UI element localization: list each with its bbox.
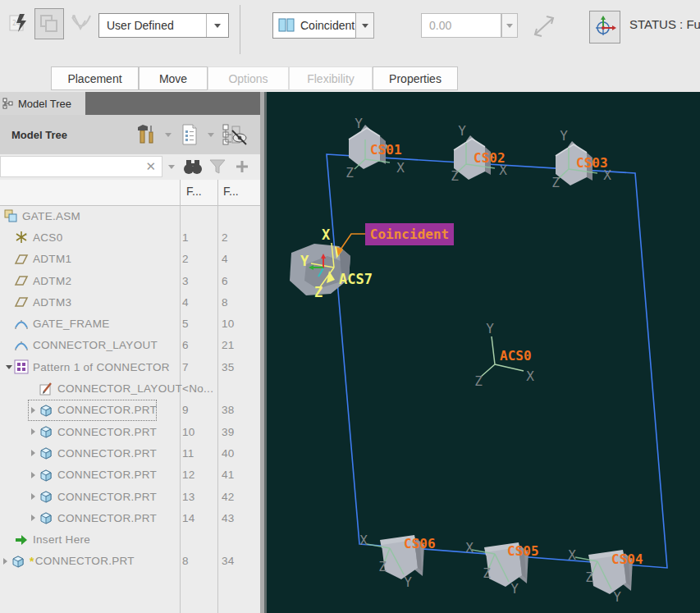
sketch-icon [14,317,29,332]
tree-item-label: Pattern 1 of CONNECTOR [33,361,170,373]
tree-row-pattern[interactable]: Pattern 1 of CONNECTOR 735 [0,356,260,377]
svg-text:X: X [396,160,405,176]
tree-row-part[interactable]: CONNECTOR.PRT 1140 [0,442,260,464]
tree-tools-arrow[interactable] [159,133,177,137]
expand-expander[interactable] [0,558,11,565]
tab-placement[interactable]: Placement [51,66,139,90]
tree-row-sketch[interactable]: GATE_FRAME 510 [0,313,260,334]
tree-row-layout-ref[interactable]: CONNECTOR_LAYOUT <No... [0,377,260,399]
ribbon-separator [240,5,240,54]
model-tree-panel: Model Tree Model Tree [0,92,260,613]
auto-place-button[interactable]: 24 [7,10,31,36]
show-dragger-button[interactable] [589,11,620,43]
coordinate-system-icon: x [14,230,29,245]
tree-row-csys[interactable]: x ACS0 12 [0,226,260,248]
search-input[interactable]: ✕ [0,156,162,177]
insert-arrow-icon [14,533,29,547]
dragged-component[interactable]: X Y Z ACS7 [290,226,373,300]
tree-row-datum[interactable]: ADTM3 48 [0,291,260,313]
placement-preset-combobox[interactable]: User Defined [98,13,229,38]
tree-tools-button[interactable] [135,124,159,145]
tree-row-part[interactable]: CONNECTOR.PRT 1039 [0,421,260,442]
svg-text:Z: Z [474,373,483,389]
tree-row-part[interactable]: CONNECTOR.PRT 1443 [0,507,260,528]
svg-text:Z: Z [345,165,354,181]
svg-text:Y: Y [613,589,621,605]
tab-options: Options [208,66,289,90]
acs7-label: ACS7 [339,271,373,287]
svg-text:X: X [322,226,331,243]
tree-row-sketch[interactable]: CONNECTOR_LAYOUT 621 [0,335,260,356]
expand-expander[interactable] [28,515,39,521]
compass-icon [69,12,92,35]
graphics-viewport[interactable]: Y X Z Y X Z Y X Z X Z Y X Z Y X Z Y CS01… [267,92,700,613]
tree-row-part[interactable]: CONNECTOR.PRT 1342 [0,486,260,507]
collapse-expander[interactable] [3,365,14,369]
tree-row-datum[interactable]: ADTM1 24 [0,249,260,270]
part-icon [39,424,53,439]
svg-text:Y: Y [404,574,412,590]
cs02-label: CS02 [474,150,506,166]
tree-filters-arrow[interactable] [202,133,220,137]
part-icon [39,403,53,418]
tree-item-label: GATE.ASM [22,210,80,222]
tree-item-label: CONNECTOR.PRT [35,555,135,567]
cs01-label: CS01 [370,142,402,158]
column-header-f2[interactable]: F... [223,185,239,198]
manual-place-button[interactable] [34,8,64,39]
tree-item-label: CONNECTOR.PRT [57,404,157,416]
tree-item-label: ADTM3 [33,296,71,309]
tree-row-part[interactable]: CONNECTOR.PRT 938 [0,400,260,421]
constraint-mode-button[interactable] [69,11,92,36]
layout-outline[interactable] [327,154,667,568]
ribbon: 24 User Defined Coincident 0.00 [0,0,700,66]
tab-properties[interactable]: Properties [373,66,458,90]
tree-filters-button[interactable] [177,124,202,145]
tree-row-new-part[interactable]: * CONNECTOR.PRT 834 [0,551,260,572]
find-button[interactable] [181,158,205,175]
preset-value: User Defined [99,19,206,32]
expand-expander[interactable] [28,472,39,478]
svg-text:Z: Z [585,570,593,585]
constraint-tag[interactable]: Coincident [336,223,454,256]
column-header-f1[interactable]: F... [186,185,202,198]
pattern-icon [14,359,29,374]
tree-item-label: GATE_FRAME [33,318,110,330]
tab-move[interactable]: Move [139,66,208,90]
viewport-canvas[interactable]: Y X Z Y X Z Y X Z X Z Y X Z Y X Z Y CS01… [267,92,700,613]
search-options-arrow[interactable] [162,165,181,169]
panel-splitter[interactable] [260,92,267,613]
tree-row-part[interactable]: CONNECTOR.PRT 1241 [0,464,260,486]
preset-dropdown-arrow[interactable] [206,14,228,37]
constraint-tag-label: Coincident [370,226,449,242]
tree-item-label: Insert Here [33,533,90,546]
tree-row-assembly[interactable]: GATE.ASM [0,205,260,226]
svg-text:Y: Y [300,253,309,269]
tree-column-headers[interactable]: F... F... [0,180,260,206]
auto-place-icon: 24 [8,12,30,34]
model-tree-tab-label: Model Tree [18,98,71,110]
expand-expander[interactable] [28,450,39,456]
filter-button[interactable] [205,158,230,175]
expand-expander[interactable] [28,428,39,435]
clear-search-icon[interactable]: ✕ [145,159,162,174]
constraint-type-combobox[interactable]: Coincident [272,12,356,39]
acs0-csys[interactable]: Y Z X ACS0 [474,321,534,389]
cs05-label: CS05 [507,543,539,559]
svg-text:X: X [526,368,534,384]
tree-item-label: ADTM2 [33,275,71,287]
tree-show-hide-button[interactable] [220,123,249,146]
expand-expander[interactable] [28,407,39,414]
add-column-button[interactable] [230,159,254,174]
status-text: STATUS : Full [629,17,700,31]
svg-text:x: x [25,231,27,236]
model-tree-tab[interactable]: Model Tree [0,92,85,115]
constraint-dropdown-arrow[interactable] [355,12,374,39]
svg-text:Y: Y [560,128,568,144]
tree-row-datum[interactable]: ADTM2 36 [0,270,260,291]
sketch-icon [14,338,29,353]
tree-row-insert-here[interactable]: Insert Here [0,528,260,550]
expand-expander[interactable] [28,493,39,500]
flip-constraint-button [529,13,559,39]
coincident-icon [278,18,296,33]
